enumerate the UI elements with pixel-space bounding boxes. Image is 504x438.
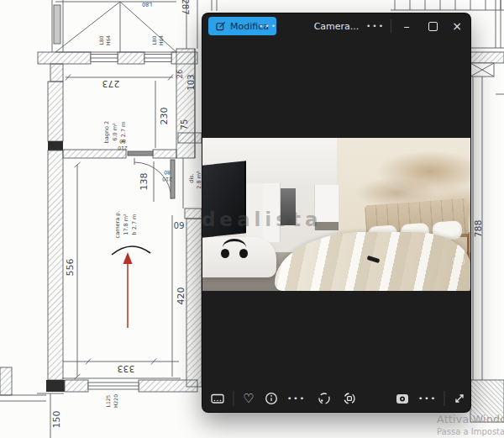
slideshow-icon[interactable] — [395, 391, 410, 406]
door2-210: 210 — [162, 177, 172, 182]
dim-273: 273 — [102, 78, 120, 89]
windows-activation-watermark: Attiva Windo Passa a Impostazi — [437, 413, 504, 436]
dim-26: 26 — [176, 70, 184, 79]
info-icon[interactable] — [264, 391, 279, 406]
room-camera-height: h 2.7 m — [131, 214, 138, 235]
vd-watermark: VD — [452, 257, 466, 266]
window1-l80: L80 — [98, 35, 104, 45]
room-camera-area: 17.8 m² — [123, 214, 129, 235]
filmstrip-icon[interactable] — [210, 391, 225, 406]
rotate-icon[interactable] — [317, 391, 332, 406]
dim-150: 150 — [51, 411, 62, 429]
dim-420: 420 — [176, 288, 186, 305]
idealista-watermark: idealista — [202, 208, 322, 230]
window2-h64: H64 — [158, 35, 164, 45]
room-bagno-name: bagno 2 — [103, 121, 110, 144]
room-bagno-area: 6.0 m² — [112, 123, 118, 141]
dim-103: 103 — [186, 74, 196, 90]
window1-h64: H64 — [105, 35, 111, 45]
dim-138: 138 — [139, 173, 150, 191]
room-camera-name: camera p. — [114, 211, 121, 239]
window-label-l80-top: L80 — [142, 1, 152, 8]
photos-app-window: Modifica ••• Camera... ••• – × — [202, 13, 471, 413]
toolbar-separator-right — [444, 391, 445, 406]
favorite-icon[interactable]: ♡ — [243, 393, 254, 405]
dim-75: 75 — [180, 119, 189, 130]
fullscreen-icon[interactable] — [452, 391, 467, 406]
close-button[interactable]: × — [444, 13, 470, 39]
dim-556: 556 — [65, 259, 76, 277]
dim-333: 333 — [118, 363, 135, 374]
dim-788: 788 — [473, 220, 484, 238]
edit-pencil-icon — [216, 21, 226, 31]
titlebar-separator — [391, 19, 391, 33]
dim-230: 230 — [159, 108, 170, 125]
screen: 273 230 138 60 556 420 333 150 26 103 75… — [0, 0, 504, 438]
titlebar-more-left-button[interactable]: ••• — [258, 13, 278, 39]
dim-60: 60 — [174, 220, 185, 230]
photo-canvas[interactable]: idealista VD — [202, 138, 470, 291]
window-bottom-l125: L125 — [105, 394, 111, 407]
headphones — [223, 239, 246, 256]
activation-line2: Passa a Impostazi — [437, 427, 504, 436]
room-bagno-height: h 2.7 m — [120, 122, 127, 143]
activation-line1: Attiva Windo — [437, 413, 504, 425]
window-bottom-h220: H220 — [113, 394, 118, 408]
toolbar-more-icon-2[interactable]: ••• — [418, 394, 437, 403]
title-bar: Modifica ••• Camera... ••• – × — [202, 13, 470, 39]
dim-287: 287 — [181, 0, 190, 15]
window-title-text: Camera... — [314, 21, 360, 32]
toolbar-more-icon[interactable]: ••• — [287, 394, 306, 403]
maximize-icon — [428, 22, 438, 31]
scan-icon[interactable] — [342, 391, 357, 406]
toolbar-separator-left — [234, 391, 234, 406]
titlebar-more-right-button[interactable]: ••• — [365, 13, 386, 39]
door2-80: 80 — [164, 170, 171, 176]
minimize-button[interactable]: – — [394, 13, 419, 39]
maximize-button[interactable] — [420, 13, 445, 39]
door1-210: 210 — [118, 145, 128, 151]
room-dis-name: dis. — [188, 173, 195, 182]
window2-l80: L80 — [151, 35, 157, 45]
camera-direction-marker — [112, 246, 150, 328]
photo-toolbar: ♡ ••• — [202, 385, 470, 412]
